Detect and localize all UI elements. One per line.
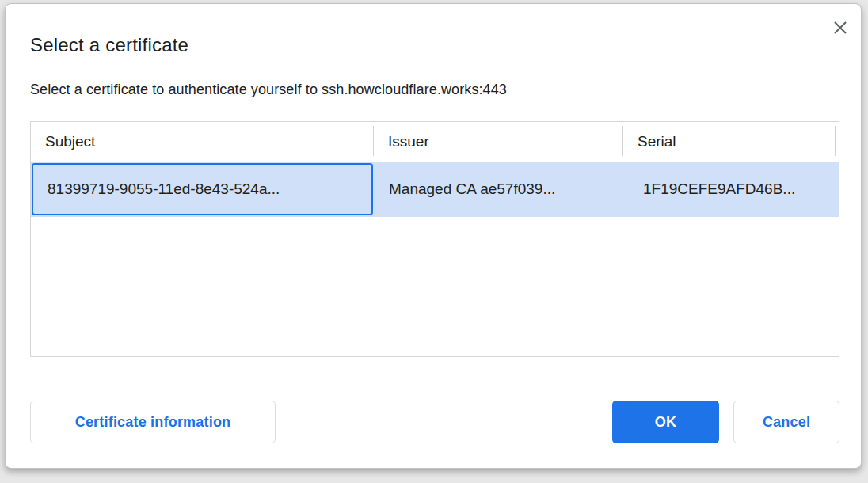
dialog-subtitle: Select a certificate to authenticate you… (30, 82, 507, 98)
certificate-information-button[interactable]: Certificate information (30, 401, 276, 443)
column-header-issuer: Issuer (374, 122, 623, 162)
column-header-gutter (836, 122, 839, 162)
close-icon[interactable] (829, 17, 851, 39)
dialog-title: Select a certificate (30, 34, 188, 56)
cell-serial[interactable]: 1F19CEFE9AFD46B... (623, 162, 839, 217)
cell-issuer[interactable]: Managed CA ae57f039... (374, 162, 623, 217)
certificate-table: Subject Issuer Serial 81399719-9055-11ed… (30, 121, 839, 357)
ok-button[interactable]: OK (612, 401, 719, 443)
select-certificate-dialog: Select a certificate Select a certificat… (5, 3, 862, 469)
cancel-button[interactable]: Cancel (733, 401, 839, 443)
certificate-row-selected[interactable]: 81399719-9055-11ed-8e43-524a... Managed … (31, 162, 839, 217)
close-icon-glyph (832, 20, 848, 36)
page-background: Select a certificate Select a certificat… (0, 0, 868, 483)
cell-subject[interactable]: 81399719-9055-11ed-8e43-524a... (31, 162, 374, 217)
table-header-row: Subject Issuer Serial (31, 122, 839, 162)
column-header-subject: Subject (31, 122, 374, 162)
column-header-serial: Serial (623, 122, 836, 162)
